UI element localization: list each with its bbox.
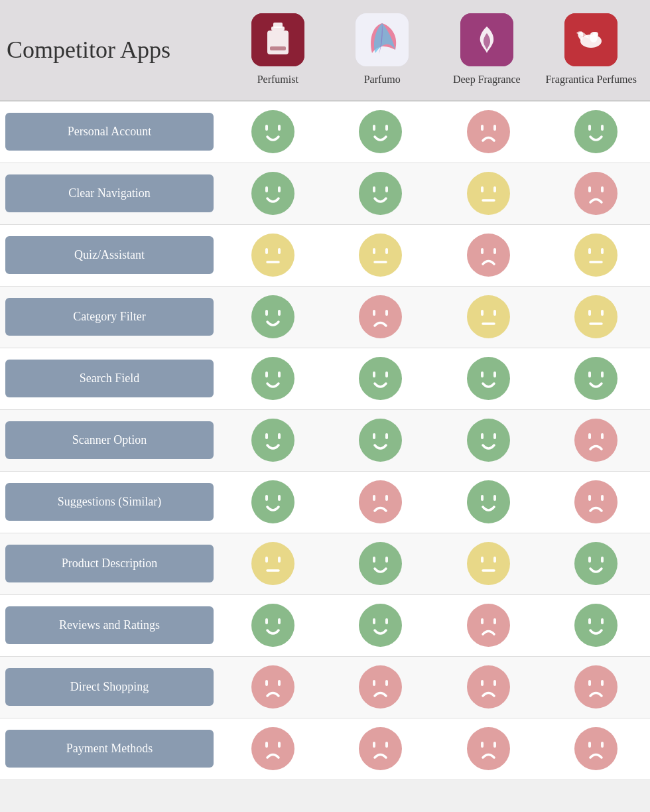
svg-rect-149 — [588, 742, 591, 748]
svg-rect-28 — [385, 186, 388, 192]
smiley-green — [251, 295, 294, 338]
svg-point-33 — [574, 172, 618, 215]
svg-rect-103 — [278, 557, 281, 563]
rating-cell-4-2 — [438, 357, 538, 400]
smiley-yellow — [574, 234, 618, 277]
svg-point-23 — [251, 172, 294, 215]
svg-rect-96 — [481, 495, 484, 501]
svg-rect-31 — [493, 186, 496, 192]
rating-cell-2-2 — [438, 234, 538, 277]
svg-point-130 — [359, 665, 402, 709]
feature-label-cell-8: Reviews and Ratings — [0, 600, 219, 651]
rating-cell-7-0 — [223, 542, 322, 585]
svg-rect-131 — [373, 680, 375, 686]
svg-rect-116 — [265, 618, 268, 624]
svg-point-61 — [574, 295, 618, 338]
smiley-yellow — [467, 295, 510, 338]
svg-point-105 — [359, 542, 402, 585]
competitor-logo-0 — [251, 13, 304, 66]
svg-rect-93 — [373, 495, 375, 501]
svg-rect-45 — [481, 248, 484, 254]
svg-point-29 — [467, 172, 510, 215]
svg-point-80 — [359, 419, 402, 462]
svg-point-10 — [593, 32, 598, 37]
smiley-red — [574, 727, 618, 770]
svg-rect-69 — [373, 372, 375, 377]
rating-cell-1-0 — [223, 172, 322, 215]
svg-rect-25 — [278, 186, 281, 192]
smiley-red — [467, 665, 510, 709]
smiley-green — [251, 604, 294, 647]
feature-label-7: Product Description — [5, 545, 214, 582]
svg-rect-63 — [601, 310, 604, 316]
smiley-red — [359, 295, 402, 338]
smiley-red — [467, 727, 510, 770]
smiley-red — [359, 665, 402, 709]
rating-cell-6-1 — [331, 480, 430, 523]
svg-point-40 — [359, 234, 402, 277]
svg-rect-129 — [278, 680, 281, 686]
ratings-row-8 — [219, 604, 650, 647]
feature-label-cell-1: Clear Navigation — [0, 168, 219, 219]
smiley-green — [574, 604, 618, 647]
svg-point-115 — [251, 604, 294, 647]
svg-rect-79 — [278, 433, 281, 439]
competitor-col-2: Deep Fragrance — [437, 13, 537, 87]
svg-point-14 — [359, 110, 402, 153]
rating-cell-8-2 — [438, 604, 538, 647]
svg-rect-66 — [265, 372, 268, 377]
feature-label-4: Search Field — [5, 360, 214, 397]
table-row: Product Description — [0, 533, 650, 595]
rating-cell-6-2 — [438, 480, 538, 523]
svg-rect-106 — [373, 557, 375, 563]
smiley-red — [574, 419, 618, 462]
svg-rect-56 — [385, 310, 388, 316]
feature-label-cell-10: Payment Methods — [0, 723, 219, 774]
svg-point-26 — [359, 172, 402, 215]
ratings-row-3 — [219, 295, 650, 338]
svg-rect-137 — [588, 680, 591, 686]
rating-cell-1-3 — [547, 172, 646, 215]
svg-rect-24 — [265, 186, 268, 192]
feature-label-9: Direct Shopping — [5, 668, 214, 706]
svg-rect-21 — [588, 125, 591, 131]
svg-rect-100 — [601, 495, 604, 501]
smiley-red — [467, 604, 510, 647]
svg-point-86 — [574, 419, 618, 462]
svg-rect-30 — [481, 186, 484, 192]
rating-cell-0-3 — [547, 110, 646, 153]
svg-rect-138 — [601, 680, 604, 686]
smiley-green — [467, 419, 510, 462]
feature-rows: Personal Account — [0, 102, 650, 780]
svg-rect-2 — [273, 23, 283, 28]
svg-point-74 — [574, 357, 618, 400]
rating-cell-7-3 — [547, 542, 646, 585]
competitor-name-1: Parfumo — [364, 73, 401, 87]
rating-cell-8-0 — [223, 604, 322, 647]
rating-cell-4-0 — [223, 357, 322, 400]
competitor-col-0: Perfumist — [228, 13, 328, 87]
header-title-cell: Competitor Apps — [7, 36, 226, 64]
svg-rect-53 — [278, 310, 281, 316]
table-row: Category Filter — [0, 287, 650, 348]
svg-rect-102 — [265, 557, 268, 563]
table-row: Quiz/Assistant — [0, 225, 650, 287]
svg-point-57 — [467, 295, 510, 338]
svg-rect-91 — [278, 495, 281, 501]
svg-rect-123 — [493, 618, 496, 624]
smiley-green — [574, 357, 618, 400]
feature-label-cell-3: Category Filter — [0, 291, 219, 342]
smiley-green — [251, 172, 294, 215]
competitor-logo-3 — [564, 13, 618, 66]
svg-rect-147 — [493, 742, 496, 748]
smiley-red — [359, 727, 402, 770]
svg-point-148 — [574, 727, 618, 770]
table-row: Suggestions (Similar) — [0, 472, 650, 533]
page-title: Competitor Apps — [7, 36, 226, 64]
ratings-row-10 — [219, 727, 650, 770]
svg-rect-58 — [481, 310, 484, 316]
feature-label-cell-2: Quiz/Assistant — [0, 230, 219, 281]
svg-rect-126 — [601, 618, 604, 624]
smiley-yellow — [467, 172, 510, 215]
rating-cell-6-0 — [223, 480, 322, 523]
